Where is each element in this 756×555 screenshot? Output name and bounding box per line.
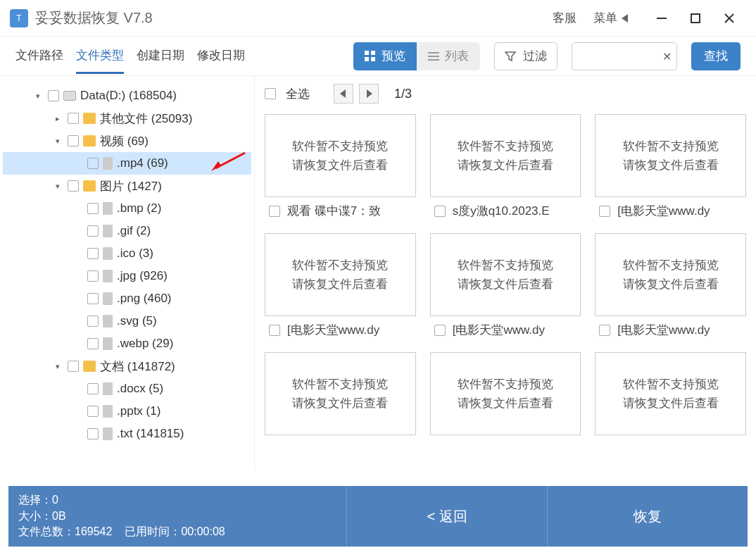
tree-checkbox[interactable] [87, 406, 99, 417]
filter-button[interactable]: 过滤 [494, 42, 557, 70]
thumbnail-card[interactable]: 软件暂不支持预览请恢复文件后查看 [595, 352, 746, 435]
view-list[interactable]: 列表 [417, 42, 480, 70]
support-link[interactable]: 客服 [553, 10, 577, 26]
thumbnail-card[interactable]: 软件暂不支持预览请恢复文件后查看[电影天堂www.dy [265, 233, 416, 338]
footer-stats: 选择：0 大小：0B 文件总数：169542 已用时间：00:00:08 [18, 492, 225, 540]
selected-size: 大小：0B [18, 509, 225, 524]
tree-row[interactable]: .svg (5) [3, 310, 251, 332]
expand-icon[interactable]: ▾ [52, 182, 63, 191]
filter-label: 过滤 [523, 48, 547, 64]
tree-row[interactable]: .docx (5) [3, 378, 251, 400]
thumbnail-placeholder: 软件暂不支持预览请恢复文件后查看 [265, 233, 416, 316]
tree-row[interactable]: .txt (141815) [3, 423, 251, 445]
item-checkbox[interactable] [434, 206, 446, 217]
search-button[interactable]: 查找 [691, 42, 741, 70]
file-icon [103, 405, 113, 418]
tree-checkbox[interactable] [87, 316, 99, 327]
tree-row[interactable]: ▾图片 (1427) [3, 175, 251, 197]
tree-checkbox[interactable] [87, 293, 99, 304]
tree-checkbox[interactable] [87, 248, 99, 259]
tree-row[interactable]: .mp4 (69) [3, 152, 251, 175]
thumbnail-card[interactable]: 软件暂不支持预览请恢复文件后查看观看 碟中谍7：致 [265, 114, 416, 219]
search-field: ✕ [572, 42, 677, 70]
tree-checkbox[interactable] [87, 203, 99, 214]
tree-row[interactable]: .jpg (926) [3, 265, 251, 287]
sidebar-tree: ▾Data(D:) (168504)▸其他文件 (25093)▾视频 (69).… [0, 76, 255, 470]
tree-checkbox[interactable] [48, 90, 59, 101]
grid-icon [365, 51, 376, 62]
tree-label: 文档 (141872) [100, 358, 175, 375]
close-button[interactable] [712, 0, 746, 37]
next-page-button[interactable] [359, 84, 379, 104]
folder-icon [83, 361, 96, 372]
back-button[interactable]: < 返回 [346, 486, 547, 547]
tree-checkbox[interactable] [87, 158, 99, 169]
thumbnail-placeholder: 软件暂不支持预览请恢复文件后查看 [430, 233, 581, 316]
thumbnail-card[interactable]: 软件暂不支持预览请恢复文件后查看[电影天堂www.dy [595, 233, 746, 338]
prev-page-button[interactable] [334, 84, 353, 104]
tab-file-path[interactable]: 文件路径 [15, 39, 63, 74]
tree-checkbox[interactable] [68, 135, 79, 146]
select-all-checkbox[interactable] [265, 88, 276, 99]
svg-rect-5 [371, 51, 375, 55]
tree-checkbox[interactable] [87, 225, 99, 237]
item-name: [电影天堂www.dy [617, 203, 710, 219]
maximize-button[interactable] [679, 0, 712, 37]
tree-label: 图片 (1427) [100, 178, 162, 194]
app-icon: T [10, 9, 28, 27]
tree-row[interactable]: .gif (2) [3, 220, 251, 242]
file-icon [103, 292, 113, 305]
thumbnail-card[interactable]: 软件暂不支持预览请恢复文件后查看s度y激q10.2023.E [430, 114, 581, 219]
tree-row[interactable]: ▾文档 (141872) [3, 355, 251, 378]
tree-row[interactable]: ▸其他文件 (25093) [3, 107, 251, 130]
tab-file-type[interactable]: 文件类型 [76, 39, 124, 74]
item-checkbox[interactable] [434, 325, 446, 336]
thumbnail-card[interactable]: 软件暂不支持预览请恢复文件后查看[电影天堂www.dy [430, 233, 581, 338]
tree-checkbox[interactable] [68, 113, 79, 124]
item-checkbox[interactable] [269, 325, 280, 336]
tree-checkbox[interactable] [87, 338, 99, 349]
view-list-label: 列表 [445, 48, 469, 64]
thumbnail-card[interactable]: 软件暂不支持预览请恢复文件后查看[电影天堂www.dy [595, 114, 746, 219]
search-input[interactable] [572, 42, 677, 70]
tree-checkbox[interactable] [68, 180, 79, 192]
clear-search-icon[interactable]: ✕ [662, 49, 672, 63]
tab-modify-date[interactable]: 修改日期 [197, 39, 245, 74]
tree-label: .webp (29) [117, 337, 173, 351]
item-checkbox[interactable] [599, 206, 610, 217]
tree-row[interactable]: .png (460) [3, 287, 251, 310]
tree-checkbox[interactable] [87, 383, 99, 394]
tree-row[interactable]: .webp (29) [3, 332, 251, 355]
list-icon [428, 51, 439, 62]
tree-row[interactable]: ▾Data(D:) (168504) [3, 85, 251, 107]
selected-count: 选择：0 [18, 492, 225, 508]
view-preview-label: 预览 [382, 48, 405, 64]
tree-checkbox[interactable] [87, 428, 99, 439]
tree-row[interactable]: .ico (3) [3, 242, 251, 265]
item-checkbox[interactable] [599, 325, 610, 336]
expand-icon[interactable]: ▸ [52, 114, 63, 123]
minimize-button[interactable] [645, 0, 679, 37]
item-checkbox[interactable] [269, 206, 280, 217]
footer-bar: 选择：0 大小：0B 文件总数：169542 已用时间：00:00:08 < 返… [8, 486, 748, 547]
menu-dropdown[interactable]: 菜单 [593, 10, 628, 26]
tree-checkbox[interactable] [68, 361, 79, 372]
view-preview[interactable]: 预览 [353, 42, 417, 70]
recover-button[interactable]: 恢复 [547, 486, 748, 547]
file-icon [103, 428, 113, 440]
tree-row[interactable]: .pptx (1) [3, 400, 251, 423]
thumbnail-placeholder: 软件暂不支持预览请恢复文件后查看 [595, 352, 746, 435]
elapsed-time: 已用时间：00:00:08 [125, 524, 225, 540]
expand-icon[interactable]: ▾ [52, 362, 63, 371]
expand-icon[interactable]: ▾ [32, 92, 44, 101]
tree-row[interactable]: .bmp (2) [3, 197, 251, 220]
expand-icon[interactable]: ▾ [52, 137, 63, 146]
file-icon [103, 382, 113, 395]
tree-label: 其他文件 (25093) [100, 111, 192, 127]
tree-row[interactable]: ▾视频 (69) [3, 130, 251, 152]
tree-checkbox[interactable] [87, 270, 99, 282]
thumbnail-card[interactable]: 软件暂不支持预览请恢复文件后查看 [265, 352, 416, 435]
tab-create-date[interactable]: 创建日期 [137, 39, 184, 74]
thumbnail-card[interactable]: 软件暂不支持预览请恢复文件后查看 [430, 352, 581, 435]
filter-icon [505, 51, 516, 62]
